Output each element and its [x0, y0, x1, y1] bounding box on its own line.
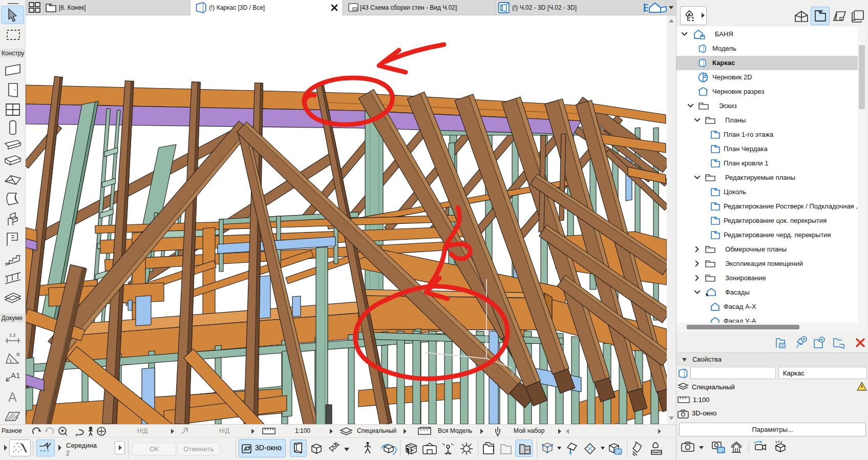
svg-text:α: α [16, 351, 20, 357]
svg-text:y: y [511, 369, 514, 377]
svg-text:x: x [429, 353, 432, 360]
svg-text:A1: A1 [11, 371, 20, 380]
svg-text:1.2: 1.2 [9, 332, 16, 338]
svg-text:A: A [8, 390, 17, 404]
